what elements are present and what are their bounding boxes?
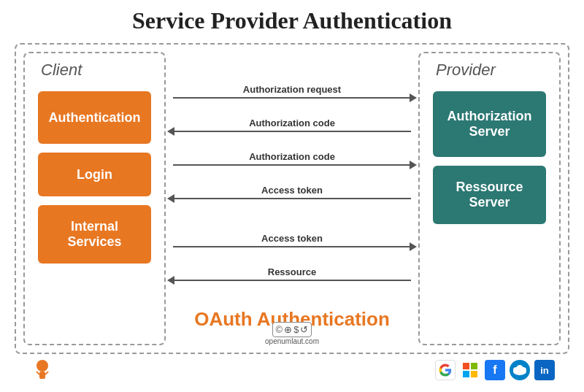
cc-sa-icon: ↺: [300, 324, 308, 335]
cc-nc-icon: $: [293, 324, 299, 335]
svg-point-0: [36, 360, 48, 372]
arrow-label-2: Authorization code: [173, 118, 411, 128]
footer-row: f in: [15, 356, 569, 385]
facebook-icon: f: [485, 360, 505, 380]
client-box-internal: InternalServices: [38, 205, 151, 264]
diagram-container: Client Authentication Login InternalServ…: [15, 43, 569, 354]
client-box-auth: Authentication: [38, 91, 151, 144]
svg-rect-3: [471, 363, 477, 369]
nextcloud-icon: [510, 360, 530, 380]
cc-text: openumlaut.com: [265, 337, 319, 345]
linkedin-icon: in: [534, 360, 555, 380]
cc-by-icon: ⊕: [284, 324, 292, 335]
cc-icons: © ⊕ $ ↺: [272, 322, 312, 337]
arrow-2: Authorization code: [173, 131, 411, 132]
cc-logo: © ⊕ $ ↺ openumlaut.com: [265, 322, 319, 345]
moodle-logo: [29, 357, 55, 383]
page-title: Service Provider Authentication: [132, 7, 452, 34]
arrow-5: Access token: [173, 246, 411, 247]
arrow-label-3: Authorization code: [173, 151, 411, 162]
microsoft-icon: [460, 360, 480, 380]
google-icon: [435, 360, 456, 380]
middle-panel: Authorization request Authorization code…: [166, 45, 418, 353]
arrow-label-6: Ressource: [173, 266, 411, 277]
resource-server-box: RessourceServer: [433, 166, 546, 224]
svg-rect-2: [463, 363, 469, 369]
svg-rect-4: [463, 371, 469, 377]
auth-server-box: AuthorizationServer: [433, 91, 546, 157]
client-panel: Client Authentication Login InternalServ…: [23, 52, 166, 345]
arrow-row-4: Access token: [173, 188, 411, 210]
arrow-label-5: Access token: [173, 233, 411, 244]
provider-label: Provider: [429, 61, 496, 80]
svg-rect-1: [39, 372, 45, 379]
arrow-row-3: Authorization code: [173, 154, 411, 176]
svg-rect-5: [471, 371, 477, 377]
social-icons-row: f in: [435, 360, 555, 380]
arrow-row-1: Authorization request: [173, 87, 411, 109]
arrow-6: Ressource: [173, 280, 411, 281]
arrow-label-4: Access token: [173, 185, 411, 196]
cc-icon: ©: [276, 324, 283, 335]
arrow-3: Authorization code: [173, 164, 411, 166]
client-box-login: Login: [38, 153, 151, 196]
arrow-4: Access token: [173, 198, 411, 199]
provider-panel: Provider AuthorizationServer RessourceSe…: [418, 52, 561, 345]
moodle-icon: [29, 357, 55, 383]
arrow-row-2: Authorization code: [173, 120, 411, 142]
arrow-row-6: Ressource: [173, 269, 411, 291]
arrow-label-1: Authorization request: [173, 84, 411, 95]
arrow-1: Authorization request: [173, 97, 411, 99]
svg-point-9: [516, 365, 523, 372]
arrow-row-5: Access token: [173, 236, 411, 258]
client-label: Client: [34, 61, 82, 80]
cloud-icon: [512, 362, 528, 378]
